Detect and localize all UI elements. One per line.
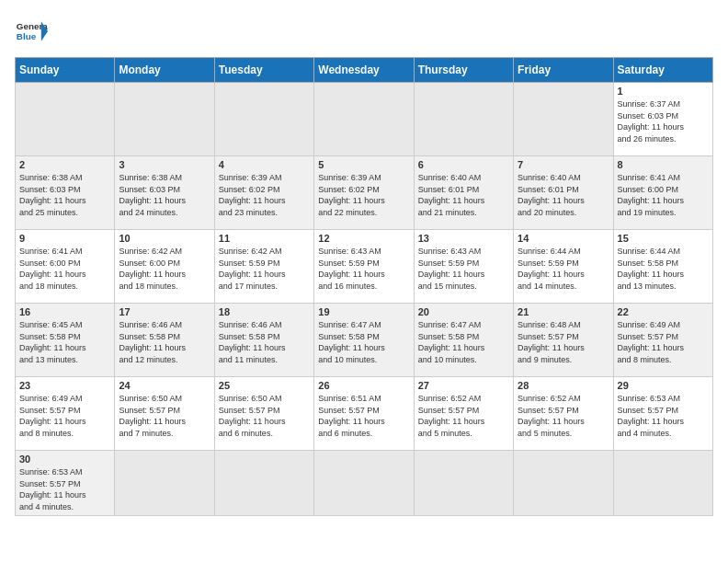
day-number: 16	[19, 306, 110, 317]
calendar-cell: 18Sunrise: 6:46 AM Sunset: 5:58 PM Dayli…	[214, 304, 313, 377]
day-number: 9	[19, 233, 110, 244]
calendar-cell: 14Sunrise: 6:44 AM Sunset: 5:59 PM Dayli…	[514, 230, 613, 304]
weekday-header-row: SundayMondayTuesdayWednesdayThursdayFrid…	[16, 58, 713, 83]
day-number: 17	[119, 306, 210, 317]
calendar-cell	[414, 451, 513, 516]
weekday-header-thursday: Thursday	[414, 58, 513, 83]
day-info: Sunrise: 6:41 AM Sunset: 6:00 PM Dayligh…	[618, 172, 709, 218]
calendar-week-row: 1Sunrise: 6:37 AM Sunset: 6:03 PM Daylig…	[16, 83, 713, 156]
calendar-cell: 20Sunrise: 6:47 AM Sunset: 5:58 PM Dayli…	[414, 304, 513, 377]
day-info: Sunrise: 6:37 AM Sunset: 6:03 PM Dayligh…	[618, 98, 709, 144]
calendar-cell: 29Sunrise: 6:53 AM Sunset: 5:57 PM Dayli…	[613, 377, 712, 451]
day-info: Sunrise: 6:49 AM Sunset: 5:57 PM Dayligh…	[618, 319, 709, 365]
weekday-header-tuesday: Tuesday	[214, 58, 313, 83]
day-number: 13	[418, 233, 509, 244]
day-info: Sunrise: 6:50 AM Sunset: 5:57 PM Dayligh…	[219, 393, 310, 439]
weekday-header-saturday: Saturday	[613, 58, 712, 83]
day-info: Sunrise: 6:44 AM Sunset: 5:59 PM Dayligh…	[518, 246, 609, 292]
calendar-cell: 30Sunrise: 6:53 AM Sunset: 5:57 PM Dayli…	[16, 451, 115, 516]
day-number: 18	[219, 306, 310, 317]
calendar-cell	[115, 451, 214, 516]
calendar-cell: 13Sunrise: 6:43 AM Sunset: 5:59 PM Dayli…	[414, 230, 513, 304]
calendar-cell: 24Sunrise: 6:50 AM Sunset: 5:57 PM Dayli…	[115, 377, 214, 451]
calendar-week-row: 9Sunrise: 6:41 AM Sunset: 6:00 PM Daylig…	[16, 230, 713, 304]
calendar-cell: 15Sunrise: 6:44 AM Sunset: 5:58 PM Dayli…	[613, 230, 712, 304]
calendar-cell	[314, 83, 414, 156]
weekday-header-sunday: Sunday	[16, 58, 115, 83]
day-info: Sunrise: 6:53 AM Sunset: 5:57 PM Dayligh…	[19, 466, 110, 512]
calendar-cell	[514, 451, 613, 516]
logo: General Blue	[15, 15, 48, 48]
day-info: Sunrise: 6:41 AM Sunset: 6:00 PM Dayligh…	[19, 246, 110, 292]
calendar-week-row: 2Sunrise: 6:38 AM Sunset: 6:03 PM Daylig…	[16, 156, 713, 230]
calendar-cell: 9Sunrise: 6:41 AM Sunset: 6:00 PM Daylig…	[16, 230, 115, 304]
calendar-cell: 6Sunrise: 6:40 AM Sunset: 6:01 PM Daylig…	[414, 156, 513, 230]
day-number: 25	[219, 380, 310, 391]
day-info: Sunrise: 6:49 AM Sunset: 5:57 PM Dayligh…	[19, 393, 110, 439]
day-number: 29	[618, 380, 709, 391]
calendar-cell: 23Sunrise: 6:49 AM Sunset: 5:57 PM Dayli…	[16, 377, 115, 451]
calendar-cell: 26Sunrise: 6:51 AM Sunset: 5:57 PM Dayli…	[314, 377, 414, 451]
calendar-cell: 22Sunrise: 6:49 AM Sunset: 5:57 PM Dayli…	[613, 304, 712, 377]
day-number: 4	[219, 159, 310, 170]
calendar-cell: 17Sunrise: 6:46 AM Sunset: 5:58 PM Dayli…	[115, 304, 214, 377]
calendar-cell	[214, 83, 313, 156]
calendar-cell: 21Sunrise: 6:48 AM Sunset: 5:57 PM Dayli…	[514, 304, 613, 377]
day-info: Sunrise: 6:40 AM Sunset: 6:01 PM Dayligh…	[418, 172, 509, 218]
day-number: 21	[518, 306, 609, 317]
day-info: Sunrise: 6:50 AM Sunset: 5:57 PM Dayligh…	[119, 393, 210, 439]
calendar-cell: 3Sunrise: 6:38 AM Sunset: 6:03 PM Daylig…	[115, 156, 214, 230]
day-number: 27	[418, 380, 509, 391]
calendar-cell	[115, 83, 214, 156]
day-number: 20	[418, 306, 509, 317]
day-info: Sunrise: 6:53 AM Sunset: 5:57 PM Dayligh…	[618, 393, 709, 439]
calendar-cell: 27Sunrise: 6:52 AM Sunset: 5:57 PM Dayli…	[414, 377, 513, 451]
calendar-cell	[314, 451, 414, 516]
day-info: Sunrise: 6:52 AM Sunset: 5:57 PM Dayligh…	[518, 393, 609, 439]
calendar-week-row: 23Sunrise: 6:49 AM Sunset: 5:57 PM Dayli…	[16, 377, 713, 451]
calendar-cell: 28Sunrise: 6:52 AM Sunset: 5:57 PM Dayli…	[514, 377, 613, 451]
day-info: Sunrise: 6:42 AM Sunset: 6:00 PM Dayligh…	[119, 246, 210, 292]
day-info: Sunrise: 6:46 AM Sunset: 5:58 PM Dayligh…	[219, 319, 310, 365]
day-number: 15	[618, 233, 709, 244]
day-number: 7	[518, 159, 609, 170]
day-info: Sunrise: 6:39 AM Sunset: 6:02 PM Dayligh…	[318, 172, 409, 218]
calendar-cell	[16, 83, 115, 156]
day-number: 10	[119, 233, 210, 244]
calendar-cell: 8Sunrise: 6:41 AM Sunset: 6:00 PM Daylig…	[613, 156, 712, 230]
day-number: 11	[219, 233, 310, 244]
day-info: Sunrise: 6:43 AM Sunset: 5:59 PM Dayligh…	[318, 246, 409, 292]
day-info: Sunrise: 6:45 AM Sunset: 5:58 PM Dayligh…	[19, 319, 110, 365]
calendar-cell: 19Sunrise: 6:47 AM Sunset: 5:58 PM Dayli…	[314, 304, 414, 377]
weekday-header-wednesday: Wednesday	[314, 58, 414, 83]
day-info: Sunrise: 6:38 AM Sunset: 6:03 PM Dayligh…	[19, 172, 110, 218]
calendar-cell: 10Sunrise: 6:42 AM Sunset: 6:00 PM Dayli…	[115, 230, 214, 304]
day-number: 28	[518, 380, 609, 391]
day-number: 5	[318, 159, 409, 170]
day-number: 26	[318, 380, 409, 391]
calendar-cell	[613, 451, 712, 516]
day-info: Sunrise: 6:51 AM Sunset: 5:57 PM Dayligh…	[318, 393, 409, 439]
calendar-cell	[514, 83, 613, 156]
day-number: 2	[19, 159, 110, 170]
day-info: Sunrise: 6:39 AM Sunset: 6:02 PM Dayligh…	[219, 172, 310, 218]
calendar-cell: 16Sunrise: 6:45 AM Sunset: 5:58 PM Dayli…	[16, 304, 115, 377]
calendar-cell: 4Sunrise: 6:39 AM Sunset: 6:02 PM Daylig…	[214, 156, 313, 230]
day-info: Sunrise: 6:52 AM Sunset: 5:57 PM Dayligh…	[418, 393, 509, 439]
calendar-cell: 11Sunrise: 6:42 AM Sunset: 5:59 PM Dayli…	[214, 230, 313, 304]
day-number: 22	[618, 306, 709, 317]
day-number: 8	[618, 159, 709, 170]
day-info: Sunrise: 6:47 AM Sunset: 5:58 PM Dayligh…	[418, 319, 509, 365]
day-number: 23	[19, 380, 110, 391]
calendar-week-row: 30Sunrise: 6:53 AM Sunset: 5:57 PM Dayli…	[16, 451, 713, 516]
day-number: 6	[418, 159, 509, 170]
calendar-cell: 1Sunrise: 6:37 AM Sunset: 6:03 PM Daylig…	[613, 83, 712, 156]
day-number: 24	[119, 380, 210, 391]
day-info: Sunrise: 6:46 AM Sunset: 5:58 PM Dayligh…	[119, 319, 210, 365]
calendar-cell	[414, 83, 513, 156]
calendar-cell: 2Sunrise: 6:38 AM Sunset: 6:03 PM Daylig…	[16, 156, 115, 230]
day-info: Sunrise: 6:44 AM Sunset: 5:58 PM Dayligh…	[618, 246, 709, 292]
calendar-cell: 25Sunrise: 6:50 AM Sunset: 5:57 PM Dayli…	[214, 377, 313, 451]
svg-text:Blue: Blue	[17, 31, 37, 41]
day-number: 14	[518, 233, 609, 244]
